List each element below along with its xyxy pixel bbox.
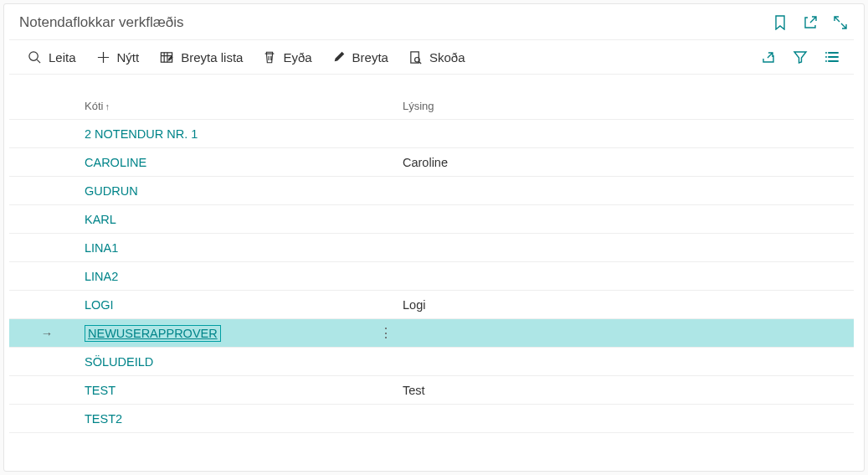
new-button[interactable]: Nýtt <box>96 50 140 65</box>
description-cell: Test <box>403 384 854 397</box>
code-link[interactable]: KARL <box>85 213 116 226</box>
table-row[interactable]: KARL <box>9 205 854 234</box>
code-cell: TEST <box>85 384 369 397</box>
code-link[interactable]: TEST <box>85 384 116 397</box>
toolbar-right <box>760 49 847 65</box>
code-link[interactable]: LINA2 <box>85 270 118 283</box>
new-label: Nýtt <box>117 50 140 65</box>
table-row[interactable]: LOGILogi <box>9 291 854 319</box>
data-grid[interactable]: Kóti↑ Lýsing 2 NOTENDUR NR. 1CAROLINECar… <box>4 75 864 471</box>
code-cell: LINA2 <box>85 270 369 283</box>
table-row[interactable]: TESTTest <box>9 376 854 405</box>
row-menu[interactable]: ⋮ <box>369 325 403 341</box>
view-button[interactable]: Skoða <box>408 50 465 65</box>
search-button[interactable]: Leita <box>28 50 76 65</box>
description-cell: Logi <box>403 298 854 312</box>
table-row[interactable]: GUDRUN <box>9 177 854 205</box>
title-actions <box>772 14 849 31</box>
code-cell: TEST2 <box>85 412 369 426</box>
plus-icon <box>96 50 110 65</box>
code-link[interactable]: LINA1 <box>85 241 118 255</box>
share-icon[interactable] <box>760 49 777 65</box>
code-cell: CAROLINE <box>85 156 369 169</box>
edit-list-button[interactable]: Breyta lista <box>159 50 243 65</box>
table-row[interactable]: LINA1 <box>9 234 854 262</box>
bookmark-icon[interactable] <box>772 14 788 31</box>
table-row[interactable]: CAROLINECaroline <box>9 148 854 177</box>
code-cell: LINA1 <box>85 241 369 255</box>
table-row[interactable]: SÖLUDEILD <box>9 348 854 376</box>
delete-button[interactable]: Eyða <box>263 50 311 65</box>
code-link[interactable]: SÖLUDEILD <box>85 355 153 369</box>
code-link[interactable]: 2 NOTENDUR NR. 1 <box>85 127 198 141</box>
pencil-icon <box>332 50 346 64</box>
svg-point-0 <box>29 51 38 59</box>
code-link[interactable]: TEST2 <box>85 412 122 426</box>
toolbar-left: Leita Nýtt Breyta lista Eyða Breyta <box>28 50 465 65</box>
search-label: Leita <box>49 50 76 65</box>
edit-list-icon <box>159 50 174 65</box>
code-link[interactable]: CAROLINE <box>85 156 146 169</box>
delete-label: Eyða <box>283 50 311 65</box>
code-link[interactable]: GUDRUN <box>85 184 138 198</box>
code-link[interactable]: NEWUSERAPPROVER <box>85 325 221 342</box>
titlebar: Notendaflokkar verkflæðis <box>4 4 864 39</box>
grid-inner: Kóti↑ Lýsing 2 NOTENDUR NR. 1CAROLINECar… <box>9 75 854 433</box>
toolbar: Leita Nýtt Breyta lista Eyða Breyta <box>9 39 854 75</box>
code-cell: 2 NOTENDUR NR. 1 <box>85 127 369 141</box>
toolbar-wrap: Leita Nýtt Breyta lista Eyða Breyta <box>4 39 864 75</box>
code-cell: GUDRUN <box>85 184 369 198</box>
search-icon <box>28 50 42 65</box>
code-cell: NEWUSERAPPROVER <box>85 325 369 342</box>
edit-label: Breyta <box>352 50 388 65</box>
popout-icon[interactable] <box>802 14 819 31</box>
code-link[interactable]: LOGI <box>85 298 114 312</box>
description-cell: Caroline <box>403 156 854 169</box>
row-indicator: → <box>9 327 85 340</box>
table-row[interactable]: TEST2 <box>9 405 854 433</box>
list-icon[interactable] <box>824 49 840 65</box>
code-cell: SÖLUDEILD <box>85 355 369 369</box>
view-label: Skoða <box>429 50 465 65</box>
code-cell: LOGI <box>85 298 369 312</box>
column-desc-label: Lýsing <box>403 100 434 112</box>
edit-button[interactable]: Breyta <box>332 50 388 65</box>
page-title: Notendaflokkar verkflæðis <box>19 14 184 31</box>
trash-icon <box>263 50 276 65</box>
filter-icon[interactable] <box>792 49 809 65</box>
code-cell: KARL <box>85 213 369 226</box>
table-row[interactable]: →NEWUSERAPPROVER⋮ <box>9 319 854 348</box>
table-row[interactable]: 2 NOTENDUR NR. 1 <box>9 120 854 148</box>
grid-header: Kóti↑ Lýsing <box>9 93 854 120</box>
column-header-code[interactable]: Kóti↑ <box>85 100 369 112</box>
window: Notendaflokkar verkflæðis Leita N <box>3 3 865 472</box>
edit-list-label: Breyta lista <box>181 50 243 65</box>
view-icon <box>408 50 423 65</box>
sort-asc-icon: ↑ <box>105 101 110 111</box>
column-code-label: Kóti <box>85 100 103 112</box>
column-header-description[interactable]: Lýsing <box>403 100 854 112</box>
expand-icon[interactable] <box>832 14 849 31</box>
table-row[interactable]: LINA2 <box>9 262 854 291</box>
